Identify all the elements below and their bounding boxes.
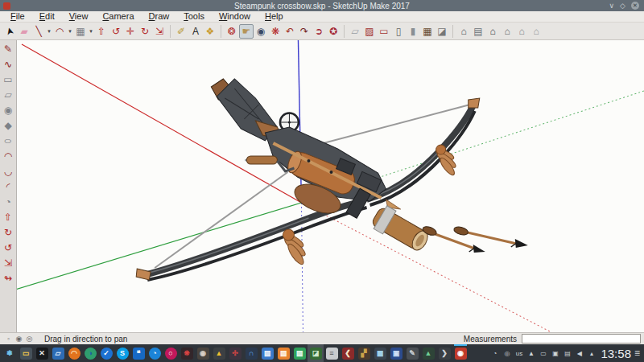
view-right-tool-icon[interactable]: ⌂ — [500, 24, 514, 39]
doc-light-taskbar-icon[interactable]: ≡ — [324, 344, 340, 362]
clipboard-icon[interactable]: ▤ — [562, 350, 572, 357]
previous-view-tool-icon[interactable]: ↶ — [283, 24, 297, 39]
menu-file[interactable]: File — [3, 11, 32, 22]
look-around-tool-icon[interactable]: ✪ — [326, 24, 341, 39]
move-tool-icon[interactable]: ✛ — [123, 24, 138, 39]
style-back-edges-tool-icon[interactable]: ▨ — [362, 24, 377, 39]
line-tool-icon[interactable]: ╲ — [31, 24, 46, 39]
push-pull-tool-icon[interactable]: ⇧ — [1, 210, 15, 224]
tray-status-2-icon[interactable]: ◎ — [502, 350, 512, 357]
password-manager-taskbar-icon[interactable]: ▲ — [211, 344, 227, 362]
menu-camera[interactable]: Camera — [95, 11, 141, 22]
follow-me-tool-icon[interactable]: ↺ — [109, 24, 123, 39]
two-point-arc-tool-icon[interactable]: ◡ — [1, 164, 15, 179]
wifi-icon[interactable]: ▲ — [526, 350, 536, 357]
volume-icon[interactable]: ◀ — [574, 350, 584, 357]
circle-tool-icon[interactable]: ◉ — [1, 103, 15, 117]
sync-client-taskbar-icon[interactable]: ✓ — [98, 344, 114, 362]
ellipse-tool-icon[interactable]: ○ — [1, 134, 15, 148]
system-monitor-taskbar-icon[interactable]: ▲ — [420, 344, 436, 362]
style-hidden-line-tool-icon[interactable]: ▯ — [391, 24, 406, 39]
measurements-input[interactable] — [522, 334, 641, 343]
caret-up-icon[interactable]: ▴ — [586, 350, 597, 357]
tape-measure-tool-icon[interactable]: ✐ — [174, 24, 188, 39]
scale-tool-icon[interactable]: ⇲ — [1, 256, 15, 270]
x-editor-taskbar-icon[interactable]: ✕ — [34, 344, 50, 362]
maximize-button[interactable]: ◇ — [620, 2, 625, 10]
freehand-tool-icon[interactable]: ∿ — [1, 57, 15, 72]
app-launcher-taskbar-icon[interactable]: ❃ — [2, 344, 18, 362]
sketchup-taskbar-icon[interactable]: ◉ — [452, 344, 469, 362]
utility-red-taskbar-icon[interactable]: ✣ — [227, 344, 243, 362]
menu-view[interactable]: View — [62, 11, 96, 22]
view-left-tool-icon[interactable]: ⌂ — [529, 24, 543, 39]
style-x-ray-tool-icon[interactable]: ▱ — [348, 24, 362, 39]
firefox-taskbar-icon[interactable]: ◠ — [66, 344, 82, 362]
arc-tool-icon[interactable]: ◠ — [1, 149, 15, 163]
menu-help[interactable]: Help — [258, 11, 291, 22]
view-back-tool-icon[interactable]: ⌂ — [514, 24, 529, 39]
battery-icon[interactable]: ▭ — [538, 350, 548, 357]
doc-green-taskbar-icon[interactable]: ▤ — [291, 344, 308, 362]
doc-orange-taskbar-icon[interactable]: ▤ — [275, 344, 291, 362]
doc-blue-taskbar-icon[interactable]: ▤ — [259, 344, 275, 362]
style-shaded-tool-icon[interactable]: ▮ — [406, 24, 420, 39]
paint-bucket-tool-icon[interactable]: ❖ — [203, 24, 217, 39]
minimize-button[interactable]: ∨ — [609, 2, 614, 10]
edge-browser-taskbar-icon[interactable]: ◑ — [82, 344, 98, 362]
rotate-tool-icon[interactable]: ↻ — [138, 24, 152, 39]
notes-app-taskbar-icon[interactable]: ✎ — [404, 344, 420, 362]
line-tool-icon[interactable]: ✎ — [1, 42, 15, 56]
pie-tool-icon[interactable]: ◔ — [1, 195, 15, 209]
gimp-taskbar-icon[interactable]: ◉ — [195, 344, 211, 362]
offset-tool-icon[interactable]: ↬ — [1, 271, 15, 286]
crossbow-model[interactable] — [136, 79, 528, 280]
line-dropdown-arrow-icon[interactable]: ▾ — [46, 28, 52, 35]
scale-tool-icon[interactable]: ⇲ — [152, 24, 167, 39]
polygon-tool-icon[interactable]: ◆ — [1, 118, 15, 133]
cloud-app-taskbar-icon[interactable]: ◔ — [147, 344, 163, 362]
3d-viewport[interactable] — [17, 40, 644, 332]
pan-tool-icon[interactable]: ☛ — [239, 24, 254, 39]
rotated-rectangle-tool-icon[interactable]: ▱ — [1, 88, 15, 102]
audio-app-taskbar-icon[interactable]: ∩ — [243, 344, 259, 362]
rectangle-tool-icon[interactable]: ▦ — [73, 24, 88, 39]
orbit-tool-icon[interactable]: ❂ — [225, 24, 239, 39]
rectangle-dropdown-arrow-icon[interactable]: ▾ — [88, 28, 94, 35]
file-manager-taskbar-icon[interactable]: ▱ — [50, 344, 66, 362]
taskbar-menu-icon[interactable]: ≡ — [634, 348, 642, 359]
menu-window[interactable]: Window — [212, 11, 258, 22]
view-top-tool-icon[interactable]: ▤ — [471, 24, 485, 39]
three-point-arc-tool-icon[interactable]: ◜ — [1, 179, 15, 194]
calculator-taskbar-icon[interactable]: ▦ — [372, 344, 388, 362]
menu-edit[interactable]: Edit — [32, 11, 62, 22]
position-camera-tool-icon[interactable]: ➲ — [312, 24, 326, 39]
zoom-extents-tool-icon[interactable]: ❋ — [268, 24, 283, 39]
view-front-tool-icon[interactable]: ⌂ — [485, 24, 500, 39]
graphics-app-taskbar-icon[interactable]: ❋ — [179, 344, 195, 362]
image-viewer-taskbar-icon[interactable]: ◪ — [308, 344, 324, 362]
next-view-tool-icon[interactable]: ↷ — [297, 24, 312, 39]
terminal-taskbar-icon[interactable]: ❯ — [436, 344, 452, 362]
model-canvas[interactable] — [17, 40, 644, 332]
style-monochrome-tool-icon[interactable]: ◪ — [435, 24, 449, 39]
eraser-tool-icon[interactable]: ▰ — [17, 24, 31, 39]
office-app-taskbar-icon[interactable]: ▣ — [388, 344, 404, 362]
media-app-taskbar-icon[interactable]: ○ — [163, 344, 179, 362]
menu-tools[interactable]: Tools — [176, 11, 212, 22]
calibre-taskbar-icon[interactable]: ❮ — [340, 344, 356, 362]
library-app-taskbar-icon[interactable]: ▞ — [356, 344, 372, 362]
follow-me-tool-icon[interactable]: ↺ — [1, 241, 15, 255]
arc-tool-icon[interactable]: ◠ — [52, 24, 67, 39]
close-button[interactable]: ✕ — [631, 2, 639, 10]
menu-draw[interactable]: Draw — [142, 11, 177, 22]
style-shaded-textures-tool-icon[interactable]: ▦ — [420, 24, 435, 39]
push-pull-tool-icon[interactable]: ⇧ — [94, 24, 109, 39]
display-manager-taskbar-icon[interactable]: ▭ — [18, 344, 34, 362]
geolocation-icon[interactable]: ◦ — [3, 335, 14, 343]
claim-credit-icon[interactable]: ◉ — [14, 335, 24, 343]
zoom-tool-icon[interactable]: ◉ — [254, 24, 268, 39]
skype-taskbar-icon[interactable]: S — [114, 344, 130, 362]
select-tool-icon[interactable]: ➤ — [2, 24, 17, 39]
text-tool-icon[interactable]: A — [188, 24, 203, 39]
